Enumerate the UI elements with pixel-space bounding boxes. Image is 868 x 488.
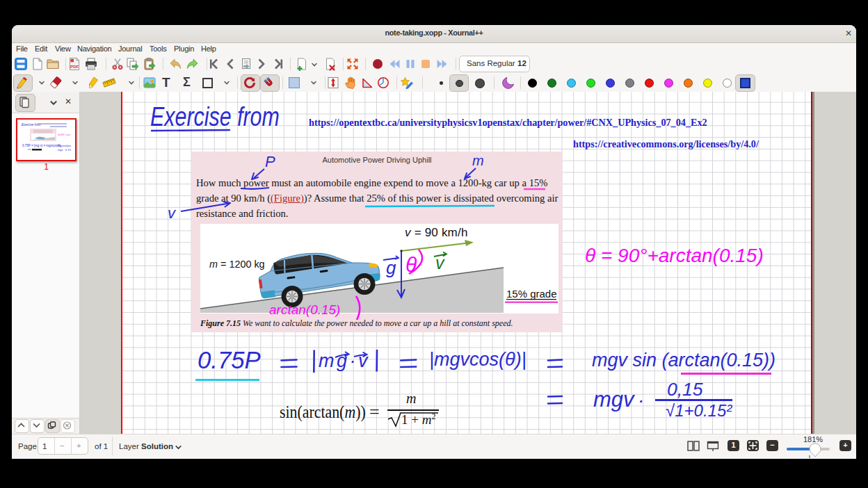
svg-text:mgv · 0.15: mgv · 0.15 (58, 148, 72, 152)
svg-text:θ=90°+arc: θ=90°+arc (58, 133, 71, 136)
svg-text:0.75P = |mg·v| = mgvcos(θ): 0.75P = |mg·v| = mgvcos(θ) (22, 144, 61, 147)
svg-text:mgvsin(arc: mgvsin(arc (58, 144, 72, 147)
svg-text:v: v (168, 204, 177, 222)
svg-text:m: m (472, 153, 484, 168)
svg-text:arctan(0.15): arctan(0.15) (269, 302, 340, 317)
svg-text:PDF: PDF (70, 64, 79, 69)
svg-text:P: P (265, 153, 275, 170)
svg-text:g: g (386, 257, 396, 278)
